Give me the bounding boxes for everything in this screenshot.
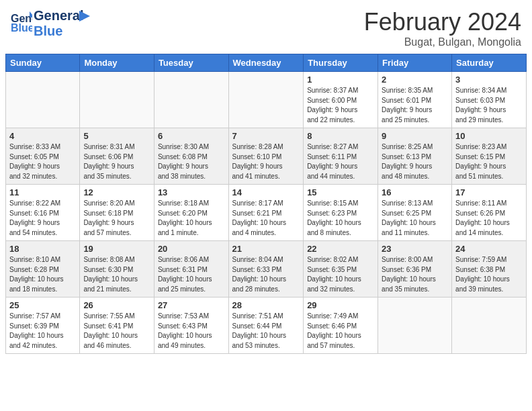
day-info: Sunrise: 8:23 AM Sunset: 6:15 PM Dayligh… [455,142,523,181]
calendar-cell: 4Sunrise: 8:33 AM Sunset: 6:05 PM Daylig… [6,128,80,185]
day-number: 6 [158,131,225,141]
calendar-cell: 28Sunrise: 7:51 AM Sunset: 6:44 PM Dayli… [228,298,304,354]
calendar-cell [154,72,228,128]
day-number: 3 [455,75,523,85]
calendar-week-row: 11Sunrise: 8:22 AM Sunset: 6:16 PM Dayli… [6,185,527,241]
day-info: Sunrise: 8:37 AM Sunset: 6:00 PM Dayligh… [307,86,374,125]
day-info: Sunrise: 8:10 AM Sunset: 6:28 PM Dayligh… [9,255,76,294]
day-info: Sunrise: 8:08 AM Sunset: 6:30 PM Dayligh… [83,255,150,294]
calendar-cell [452,298,527,354]
day-number: 26 [83,300,150,310]
day-info: Sunrise: 7:59 AM Sunset: 6:38 PM Dayligh… [455,255,523,294]
calendar-cell [80,72,154,128]
calendar-cell: 16Sunrise: 8:13 AM Sunset: 6:25 PM Dayli… [378,185,452,241]
calendar-cell: 1Sunrise: 8:37 AM Sunset: 6:00 PM Daylig… [304,72,378,128]
calendar-cell: 8Sunrise: 8:27 AM Sunset: 6:11 PM Daylig… [304,128,378,185]
day-number: 1 [307,75,374,85]
calendar-cell: 2Sunrise: 8:35 AM Sunset: 6:01 PM Daylig… [378,72,452,128]
day-header-wednesday: Wednesday [228,54,304,72]
calendar-cell: 26Sunrise: 7:55 AM Sunset: 6:41 PM Dayli… [80,298,154,354]
logo-triangle [79,11,90,24]
day-number: 29 [307,300,374,310]
day-info: Sunrise: 7:55 AM Sunset: 6:41 PM Dayligh… [83,312,150,351]
day-header-saturday: Saturday [452,54,527,72]
day-header-monday: Monday [80,54,154,72]
subtitle: Bugat, Bulgan, Mongolia [364,36,521,48]
day-number: 10 [455,131,523,141]
day-info: Sunrise: 8:30 AM Sunset: 6:08 PM Dayligh… [158,142,225,181]
calendar-cell: 3Sunrise: 8:34 AM Sunset: 6:03 PM Daylig… [452,72,527,128]
calendar-cell [6,72,80,128]
day-header-friday: Friday [378,54,452,72]
day-number: 11 [9,187,76,197]
calendar-cell: 11Sunrise: 8:22 AM Sunset: 6:16 PM Dayli… [6,185,80,241]
day-info: Sunrise: 8:02 AM Sunset: 6:35 PM Dayligh… [307,255,374,294]
calendar-week-row: 25Sunrise: 7:57 AM Sunset: 6:39 PM Dayli… [6,298,527,354]
day-info: Sunrise: 8:27 AM Sunset: 6:11 PM Dayligh… [307,142,374,181]
calendar-cell: 15Sunrise: 8:15 AM Sunset: 6:23 PM Dayli… [304,185,378,241]
calendar-cell: 12Sunrise: 8:20 AM Sunset: 6:18 PM Dayli… [80,185,154,241]
calendar-cell: 13Sunrise: 8:18 AM Sunset: 6:20 PM Dayli… [154,185,228,241]
day-info: Sunrise: 8:15 AM Sunset: 6:23 PM Dayligh… [307,199,374,238]
calendar-cell [228,72,304,128]
day-number: 25 [9,300,76,310]
calendar-cell: 29Sunrise: 7:49 AM Sunset: 6:46 PM Dayli… [304,298,378,354]
calendar-cell: 10Sunrise: 8:23 AM Sunset: 6:15 PM Dayli… [452,128,527,185]
day-number: 23 [382,244,448,254]
day-info: Sunrise: 8:20 AM Sunset: 6:18 PM Dayligh… [83,199,150,238]
calendar-cell: 22Sunrise: 8:02 AM Sunset: 6:35 PM Dayli… [304,241,378,298]
day-number: 15 [307,187,374,197]
day-info: Sunrise: 8:34 AM Sunset: 6:03 PM Dayligh… [455,86,523,125]
day-info: Sunrise: 7:51 AM Sunset: 6:44 PM Dayligh… [232,312,300,351]
calendar-cell: 6Sunrise: 8:30 AM Sunset: 6:08 PM Daylig… [154,128,228,185]
logo-icon: General Blue [11,10,32,34]
calendar-cell: 20Sunrise: 8:06 AM Sunset: 6:31 PM Dayli… [154,241,228,298]
day-info: Sunrise: 7:49 AM Sunset: 6:46 PM Dayligh… [307,312,374,351]
days-header-row: SundayMondayTuesdayWednesdayThursdayFrid… [6,54,527,72]
calendar-cell: 7Sunrise: 8:28 AM Sunset: 6:10 PM Daylig… [228,128,304,185]
calendar-week-row: 4Sunrise: 8:33 AM Sunset: 6:05 PM Daylig… [6,128,527,185]
day-info: Sunrise: 8:17 AM Sunset: 6:21 PM Dayligh… [232,199,300,238]
day-info: Sunrise: 7:57 AM Sunset: 6:39 PM Dayligh… [9,312,76,351]
calendar-cell: 14Sunrise: 8:17 AM Sunset: 6:21 PM Dayli… [228,185,304,241]
day-number: 24 [455,244,523,254]
day-number: 27 [158,300,225,310]
day-info: Sunrise: 8:11 AM Sunset: 6:26 PM Dayligh… [455,199,523,238]
day-info: Sunrise: 8:04 AM Sunset: 6:33 PM Dayligh… [232,255,300,294]
day-number: 21 [232,244,300,254]
calendar-wrap: SundayMondayTuesdayWednesdayThursdayFrid… [0,54,532,357]
day-header-sunday: Sunday [6,54,80,72]
logo-blue: Blue [34,24,83,39]
calendar-cell: 5Sunrise: 8:31 AM Sunset: 6:06 PM Daylig… [80,128,154,185]
calendar-cell: 19Sunrise: 8:08 AM Sunset: 6:30 PM Dayli… [80,241,154,298]
day-number: 2 [382,75,448,85]
day-info: Sunrise: 8:18 AM Sunset: 6:20 PM Dayligh… [158,199,225,238]
title-block: February 2024 Bugat, Bulgan, Mongolia [364,8,521,48]
day-number: 22 [307,244,374,254]
calendar-cell: 21Sunrise: 8:04 AM Sunset: 6:33 PM Dayli… [228,241,304,298]
day-info: Sunrise: 8:22 AM Sunset: 6:16 PM Dayligh… [9,199,76,238]
day-number: 13 [158,187,225,197]
day-info: Sunrise: 8:28 AM Sunset: 6:10 PM Dayligh… [232,142,300,181]
header: General Blue General Blue February 2024 … [0,0,532,54]
day-number: 7 [232,131,300,141]
logo-general: General [34,8,83,24]
calendar-cell: 17Sunrise: 8:11 AM Sunset: 6:26 PM Dayli… [452,185,527,241]
calendar-cell: 23Sunrise: 8:00 AM Sunset: 6:36 PM Dayli… [378,241,452,298]
day-info: Sunrise: 8:31 AM Sunset: 6:06 PM Dayligh… [83,142,150,181]
calendar-cell: 24Sunrise: 7:59 AM Sunset: 6:38 PM Dayli… [452,241,527,298]
logo: General Blue General Blue [11,8,90,39]
day-info: Sunrise: 8:06 AM Sunset: 6:31 PM Dayligh… [158,255,225,294]
day-number: 9 [382,131,448,141]
calendar-cell: 27Sunrise: 7:53 AM Sunset: 6:43 PM Dayli… [154,298,228,354]
day-number: 8 [307,131,374,141]
day-number: 18 [9,244,76,254]
calendar-header: SundayMondayTuesdayWednesdayThursdayFrid… [6,54,527,72]
calendar-week-row: 1Sunrise: 8:37 AM Sunset: 6:00 PM Daylig… [6,72,527,128]
day-number: 28 [232,300,300,310]
day-number: 12 [83,187,150,197]
day-header-thursday: Thursday [304,54,378,72]
day-info: Sunrise: 8:33 AM Sunset: 6:05 PM Dayligh… [9,142,76,181]
calendar-cell: 18Sunrise: 8:10 AM Sunset: 6:28 PM Dayli… [6,241,80,298]
calendar-cell [378,298,452,354]
